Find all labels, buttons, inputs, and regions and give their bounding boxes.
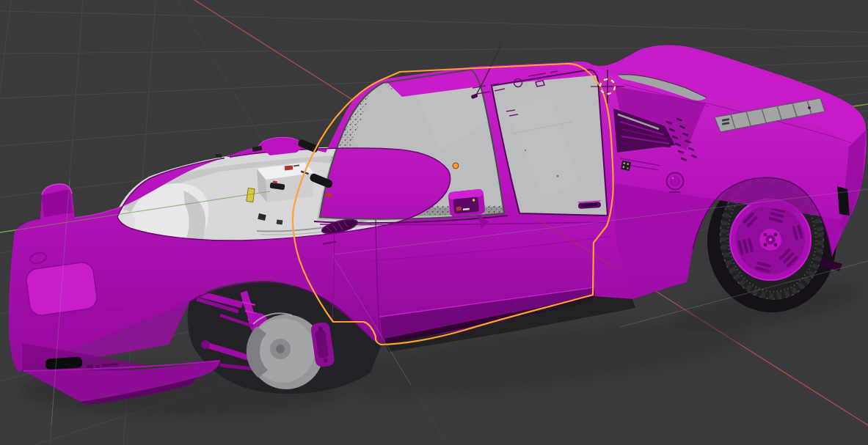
viewport[interactable] (0, 0, 868, 445)
deck-marker (808, 106, 811, 109)
object-origin-dot (453, 163, 459, 169)
qr-decal (621, 161, 631, 171)
viewport-canvas[interactable] (0, 0, 868, 445)
